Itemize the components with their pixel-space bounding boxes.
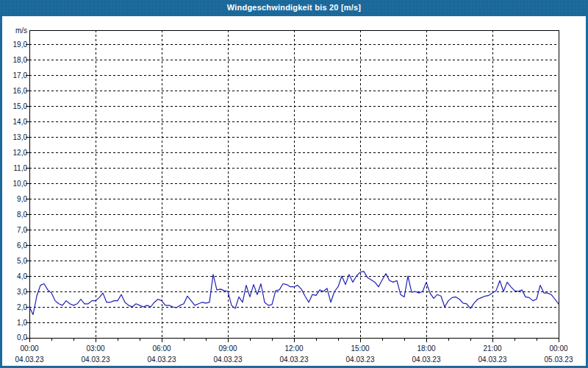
x-axis-date-label: 04.03.23 (334, 355, 386, 364)
y-axis-label: 11,0 (4, 163, 27, 173)
x-axis-date-label: 04.03.23 (467, 355, 518, 364)
grid-lines (29, 30, 559, 338)
y-axis-label: 17,0 (4, 71, 27, 80)
axis-ticks (26, 44, 559, 342)
x-axis-date-label: 04.03.23 (202, 355, 254, 364)
y-axis-label: 1,0 (4, 318, 27, 328)
x-axis-time-label: 21:00 (470, 344, 514, 353)
y-axis-label: 8,0 (4, 210, 27, 219)
y-axis-label: 14,0 (4, 117, 27, 127)
x-axis-date-label: 04.03.23 (268, 355, 320, 364)
y-axis-label: 3,0 (4, 287, 27, 297)
x-axis-date-label: 05.03.23 (533, 355, 584, 364)
plot-area (0, 0, 588, 368)
x-axis-time-label: 09:00 (206, 344, 250, 353)
y-axis-label: 13,0 (4, 132, 27, 142)
x-axis-time-label: 03:00 (74, 344, 118, 353)
y-axis-label: 2,0 (4, 302, 27, 312)
y-axis-label: 19,0 (4, 40, 27, 49)
x-axis-date-label: 04.03.23 (4, 355, 55, 364)
x-axis-time-label: 06:00 (140, 344, 184, 353)
x-axis-date-label: 04.03.23 (401, 355, 452, 364)
x-axis-time-label: 12:00 (272, 344, 316, 353)
y-axis-label: 10,0 (4, 179, 27, 188)
y-axis-label: 5,0 (4, 256, 27, 266)
x-axis-date-label: 04.03.23 (136, 355, 187, 364)
y-axis-label: 0,0 (4, 333, 27, 342)
x-axis-time-label: 00:00 (537, 344, 581, 353)
y-axis-label: 16,0 (4, 86, 27, 96)
y-axis-label: 4,0 (4, 272, 27, 281)
x-axis-time-label: 00:00 (7, 344, 51, 353)
y-axis-label: 12,0 (4, 148, 27, 158)
x-axis-time-label: 15:00 (338, 344, 382, 353)
y-axis-label: 18,0 (4, 55, 27, 65)
y-axis-label: 6,0 (4, 241, 27, 250)
y-axis-label: 9,0 (4, 194, 27, 204)
y-axis-label: 15,0 (4, 102, 27, 111)
x-axis-date-label: 04.03.23 (70, 355, 121, 364)
y-axis-label: 7,0 (4, 225, 27, 235)
x-axis-time-label: 18:00 (404, 344, 448, 353)
y-axis-unit-label: m/s (4, 26, 27, 35)
